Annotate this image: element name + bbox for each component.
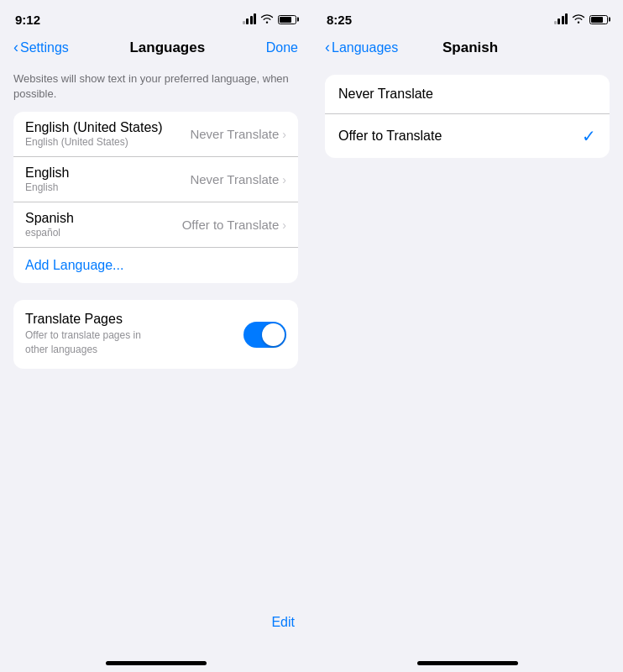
nav-bar-left: ‹ Settings Languages Done [0, 34, 312, 65]
chevron-right-icon: › [282, 128, 286, 141]
translate-pages-card: Translate Pages Offer to translate pages… [13, 300, 298, 369]
status-time-right: 8:25 [327, 13, 352, 27]
language-subname: español [25, 227, 74, 239]
edit-button-container: Edit [271, 615, 295, 630]
battery-icon [278, 15, 296, 24]
status-time-left: 9:12 [15, 13, 40, 27]
status-bar-left: 9:12 [0, 0, 312, 34]
list-item[interactable]: Spanish español Offer to Translate › [13, 202, 298, 248]
left-panel: 9:12 ‹ Settings [0, 0, 312, 672]
add-language-button[interactable]: Add Language... [13, 248, 298, 283]
list-item[interactable]: English (United States) English (United … [13, 112, 298, 157]
translate-pages-title: Translate Pages [25, 312, 243, 327]
home-indicator [106, 661, 207, 665]
chevron-right-icon: › [282, 218, 286, 232]
option-label: Offer to Translate [338, 129, 442, 144]
translation-options-card: Never Translate Offer to Translate ✓ [325, 75, 610, 158]
language-name: English [25, 165, 69, 181]
translate-pages-toggle[interactable] [243, 322, 286, 348]
right-panel: 8:25 ‹ Languages [312, 0, 623, 672]
language-name: Spanish [25, 211, 74, 226]
nav-bar-right: ‹ Languages Spanish [312, 34, 623, 65]
language-subname: English (United States) [25, 136, 163, 148]
home-indicator-right [417, 661, 518, 665]
language-setting: Never Translate [190, 172, 279, 186]
wifi-icon [260, 13, 274, 26]
option-offer-to-translate[interactable]: Offer to Translate ✓ [325, 114, 610, 158]
back-button-languages[interactable]: ‹ Languages [325, 39, 398, 56]
language-setting: Offer to Translate [182, 218, 280, 232]
battery-icon [589, 15, 608, 24]
language-subname: English [25, 181, 69, 193]
chevron-right-icon: › [282, 173, 286, 186]
status-icons-right [554, 13, 609, 26]
edit-button[interactable]: Edit [271, 615, 295, 629]
status-icons-left [243, 13, 297, 26]
selected-checkmark-icon: ✓ [582, 126, 596, 146]
wifi-icon [572, 13, 585, 26]
status-bar-right: 8:25 [312, 0, 623, 34]
description-text: Websites will show text in your preferre… [0, 65, 312, 112]
language-setting: Never Translate [190, 127, 279, 141]
list-item[interactable]: English English Never Translate › [13, 157, 298, 202]
language-name: English (United States) [25, 120, 163, 135]
page-title-spanish: Spanish [442, 39, 498, 56]
translate-pages-description: Offer to translate pages in other langua… [25, 328, 160, 357]
option-label: Never Translate [338, 87, 433, 102]
signal-icon [554, 14, 568, 24]
option-never-translate[interactable]: Never Translate [325, 75, 610, 114]
done-button[interactable]: Done [266, 40, 298, 55]
page-title-languages: Languages [129, 39, 205, 56]
signal-icon [243, 14, 257, 24]
language-list-card: English (United States) English (United … [13, 112, 298, 283]
back-button-settings[interactable]: ‹ Settings [13, 39, 69, 56]
